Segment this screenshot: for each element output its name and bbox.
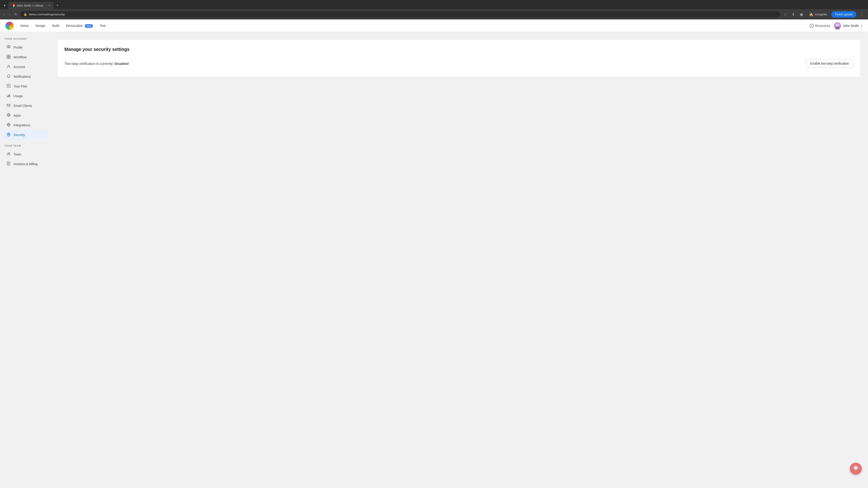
app-logo xyxy=(5,22,13,30)
tab-favicon xyxy=(11,4,15,7)
svg-point-37 xyxy=(855,466,857,467)
nav-design-label: Design xyxy=(35,24,45,28)
usage-icon xyxy=(6,94,11,98)
team-icon xyxy=(6,152,11,157)
svg-point-43 xyxy=(854,469,855,470)
nav-home[interactable]: Home xyxy=(17,22,32,29)
finish-update-btn[interactable]: Finish update xyxy=(831,11,856,18)
svg-rect-7 xyxy=(7,57,8,59)
security-icon xyxy=(6,132,11,137)
tab-expand-btn[interactable]: ▼ xyxy=(2,3,7,8)
svg-point-4 xyxy=(8,46,9,47)
sidebar-item-workflow[interactable]: Workflow xyxy=(2,53,48,62)
sidebar-item-apps[interactable]: Apps xyxy=(2,111,48,120)
sidebar-account-label: Account xyxy=(13,65,25,69)
user-chevron: ∨ xyxy=(861,24,863,27)
header-right: i Resources John Smith ∨ xyxy=(810,22,863,29)
back-btn[interactable]: ‹ xyxy=(3,11,6,17)
enable-two-step-btn[interactable]: Enable two-step verification xyxy=(806,59,853,68)
svg-point-41 xyxy=(854,466,855,467)
new-tab-btn[interactable]: + xyxy=(55,2,61,9)
email-clients-icon xyxy=(6,103,11,108)
sidebar-item-email-clients[interactable]: Email Clients xyxy=(2,101,48,110)
sidebar-item-security[interactable]: Security xyxy=(2,130,48,140)
sidebar-item-team[interactable]: Team xyxy=(2,150,48,159)
svg-point-42 xyxy=(857,466,858,467)
sidebar-usage-label: Usage xyxy=(13,94,23,98)
sidebar: YOUR ACCOUNT Profile xyxy=(0,32,50,488)
svg-point-40 xyxy=(857,467,858,468)
tab-bar: ▼ John Smith > Litmus × + xyxy=(0,0,868,9)
sidebar-your-plan-label: Your Plan xyxy=(13,85,27,88)
svg-point-36 xyxy=(855,467,857,469)
personalize-badge: New xyxy=(85,24,93,28)
main-layout: YOUR ACCOUNT Profile xyxy=(0,32,868,488)
toolbar-right: ☆ ⬇ ▣ 🕵 Incognito Finish update ⋮ xyxy=(782,11,865,18)
user-menu[interactable]: John Smith ∨ xyxy=(834,22,863,29)
sidebar-integrations-label: Integrations xyxy=(13,123,30,127)
svg-rect-14 xyxy=(8,95,9,97)
incognito-icon: 🕵 xyxy=(809,12,813,17)
svg-point-24 xyxy=(8,124,9,125)
bookmark-btn[interactable]: ☆ xyxy=(782,11,788,18)
nav-design[interactable]: Design xyxy=(32,22,49,29)
svg-point-38 xyxy=(855,469,857,470)
account-icon xyxy=(6,64,11,69)
fab-btn[interactable] xyxy=(850,463,862,475)
sidebar-item-invoices-billing[interactable]: Invoices & Billing xyxy=(2,159,48,169)
invoices-billing-icon xyxy=(6,162,11,166)
address-bar[interactable]: 🔒 litmus.com/settings/security xyxy=(20,11,780,18)
svg-rect-15 xyxy=(9,94,10,97)
your-account-label: YOUR ACCOUNT xyxy=(0,37,50,42)
sidebar-email-clients-label: Email Clients xyxy=(13,104,32,107)
svg-point-30 xyxy=(8,153,9,154)
info-icon: i xyxy=(810,24,814,28)
sidebar-item-your-plan[interactable]: Your Plan xyxy=(2,82,48,91)
svg-point-18 xyxy=(8,114,9,116)
sidebar-item-account[interactable]: Account xyxy=(2,62,48,72)
svg-rect-29 xyxy=(8,134,9,135)
nav-test[interactable]: Test xyxy=(96,22,109,29)
security-card: Manage your security settings Two-step v… xyxy=(57,39,861,77)
sidebar-item-integrations[interactable]: Integrations xyxy=(2,121,48,130)
download-btn[interactable]: ⬇ xyxy=(790,11,796,18)
sidebar-item-notifications[interactable]: Notifications xyxy=(2,72,48,81)
svg-rect-6 xyxy=(9,55,10,57)
sidebar-item-profile[interactable]: Profile xyxy=(2,43,48,52)
sidebar-invoices-billing-label: Invoices & Billing xyxy=(13,162,37,166)
resources-btn[interactable]: i Resources xyxy=(810,24,830,28)
sidebar-team-label: Team xyxy=(13,153,21,156)
sidebar-workflow-label: Workflow xyxy=(13,55,26,59)
nav-test-label: Test xyxy=(100,24,105,28)
main-nav: Home Design Build Personalize New Test xyxy=(17,22,109,29)
apps-icon xyxy=(6,113,11,118)
browser-menu-btn[interactable]: ⋮ xyxy=(859,11,865,18)
two-step-status: Disabled xyxy=(115,62,129,66)
address-text: litmus.com/settings/security xyxy=(29,13,777,16)
svg-point-44 xyxy=(857,469,858,470)
notifications-icon xyxy=(6,74,11,79)
svg-rect-5 xyxy=(7,55,8,57)
sidebar-toggle-btn[interactable]: ▣ xyxy=(798,11,804,18)
active-tab[interactable]: John Smith > Litmus × xyxy=(8,2,54,9)
nav-personalize[interactable]: Personalize New xyxy=(63,22,96,29)
two-step-label: Two-step verification is currently: xyxy=(64,62,114,66)
tab-title: John Smith > Litmus xyxy=(17,4,46,7)
page-title: Manage your security settings xyxy=(64,47,853,52)
your-team-label: YOUR TEAM xyxy=(0,144,50,149)
incognito-label: Incognito xyxy=(815,13,827,16)
svg-rect-8 xyxy=(9,57,10,59)
resources-label: Resources xyxy=(815,24,830,28)
address-lock-icon: 🔒 xyxy=(24,13,27,16)
sidebar-notifications-label: Notifications xyxy=(13,75,31,78)
sidebar-item-usage[interactable]: Usage xyxy=(2,91,48,101)
incognito-btn[interactable]: 🕵 Incognito xyxy=(807,11,829,18)
tab-close-btn[interactable]: × xyxy=(48,4,51,7)
refresh-btn[interactable]: ↻ xyxy=(13,11,18,18)
nav-build[interactable]: Build xyxy=(49,22,62,29)
svg-point-31 xyxy=(9,153,10,154)
sidebar-gap xyxy=(0,140,50,144)
profile-icon xyxy=(6,45,11,50)
forward-btn[interactable]: › xyxy=(8,11,11,17)
workflow-icon xyxy=(6,55,11,60)
